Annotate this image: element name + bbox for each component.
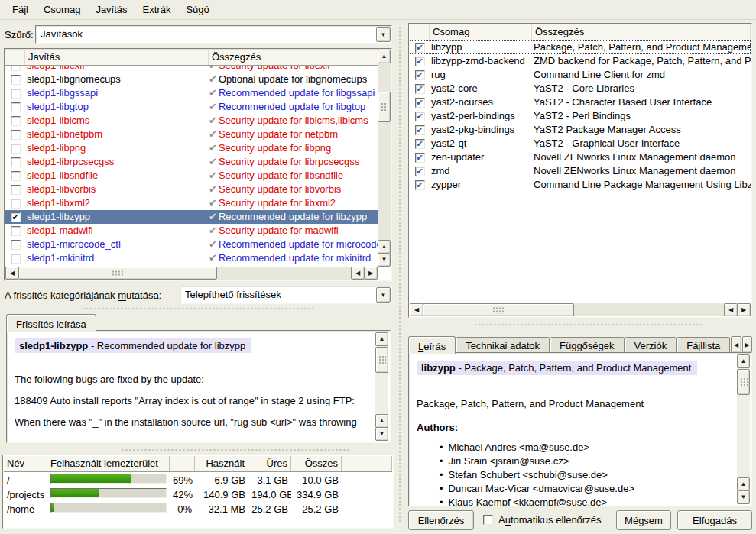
package-row[interactable]: ✔ yast2-perl-bindings YaST2 - Perl Bindi… [410,109,751,123]
package-checkbox[interactable]: ✔ [415,180,425,190]
patch-row[interactable]: sledp1-mkinitrd ✔ Recommended update for… [5,251,378,265]
scroll-right-icon[interactable] [737,303,751,316]
patch-checkbox[interactable] [11,171,21,181]
patch-row[interactable]: sledp1-madwifi ✔ Security update for mad… [5,224,378,238]
scrollbar-thumb[interactable] [378,92,391,122]
package-checkbox[interactable]: ✔ [415,84,425,94]
patch-row[interactable]: sledp1-libnetpbm ✔ Security update for n… [5,128,378,141]
autocheck-label[interactable]: Automatikus ellenőrzés [498,514,601,526]
menu-help[interactable]: Súgó [178,2,216,18]
header-patch[interactable]: Javítás [25,50,209,65]
patch-checkbox[interactable] [11,199,21,209]
tab-technical-data[interactable]: Technikai adatok [456,337,550,353]
scroll-left-icon[interactable] [724,303,738,316]
cancel-button[interactable]: Mégsem [616,510,671,530]
header-summary[interactable]: Összegzés [209,50,391,65]
menu-package[interactable]: Csomag [36,2,88,18]
menu-file[interactable]: Fájl [5,2,36,18]
header-package[interactable]: Csomag [430,24,532,40]
tab-dependencies[interactable]: Függőségek [550,337,625,353]
patch-checkbox[interactable] [11,130,21,140]
patch-horizontal-scrollbar[interactable] [5,267,378,280]
scrollbar-thumb[interactable] [18,267,217,280]
package-row[interactable]: ✔ yast2-pkg-bindings YaST2 Package Manag… [410,123,751,137]
panel-splitter-handle[interactable] [398,26,401,523]
package-row[interactable]: ✔ zen-updater Novell ZENworks Linux Mana… [410,150,751,164]
splitter-handle[interactable] [82,307,314,310]
package-checkbox[interactable]: ✔ [415,43,425,53]
scroll-down-icon[interactable] [378,253,391,267]
scroll-up-icon[interactable] [375,414,388,428]
splitter-handle[interactable] [121,448,350,451]
patch-row[interactable]: sledp1-liblcms ✔ Security update for lib… [5,114,378,128]
scrollbar-thumb[interactable] [375,347,388,373]
package-row[interactable]: ✔ libzypp Package, Patch, Pattern, and P… [410,40,751,54]
autocheck-checkbox[interactable] [483,515,493,525]
patch-row[interactable]: sledp1-microcode_ctl ✔ Recommended updat… [5,238,378,251]
menu-extras[interactable]: Extrák [135,2,179,18]
patch-row[interactable]: ✔ sledp1-libzypp ✔ Recommended update fo… [5,210,378,224]
package-checkbox[interactable]: ✔ [415,112,425,121]
package-checkbox[interactable]: ✔ [415,57,425,66]
package-row[interactable]: ✔ rug Command Line Client for zmd [410,68,751,82]
patch-checkbox[interactable] [11,254,21,264]
scroll-up-icon[interactable] [375,332,388,346]
splitter-handle[interactable] [474,323,703,326]
category-combobox[interactable]: Telepíthető frissítések ▼ [180,286,392,304]
patch-row[interactable]: sledp1-libpng ✔ Security update for libp… [5,141,378,155]
scroll-up-icon[interactable] [378,240,391,254]
header-checkbox-column[interactable] [410,24,430,40]
patch-row[interactable]: sledp1-libsndfile ✔ Security update for … [5,169,378,183]
patch-checkbox[interactable] [11,240,21,250]
tab-description[interactable]: Leírás [408,336,456,354]
patch-row[interactable]: sledp1-librpcsecgss ✔ Security update fo… [5,155,378,169]
package-row[interactable]: ✔ yast2-qt YaST2 - Graphical User Interf… [410,137,751,150]
patch-row[interactable]: sledp1-libvorbis ✔ Security update for l… [5,183,378,196]
tab-file-list[interactable]: Fájllista [677,337,730,353]
patch-row[interactable]: sledp1-libgssapi ✔ Recommended update fo… [5,86,378,100]
patch-row[interactable]: sledp1-libgtop ✔ Recommended update for … [5,100,378,114]
description-vertical-scrollbar[interactable] [375,332,388,441]
patch-row[interactable]: sledp1-libgnomecups ✔ Optional update fo… [5,73,378,86]
package-row[interactable]: ✔ yast2-ncurses YaST2 - Character Based … [410,95,751,109]
patch-checkbox[interactable] [11,185,21,195]
scrollbar-thumb[interactable] [737,369,750,395]
scroll-down-icon[interactable] [375,427,388,441]
patch-checkbox[interactable] [11,226,21,236]
package-checkbox[interactable]: ✔ [415,125,425,135]
patch-checkbox[interactable] [11,157,21,167]
patch-checkbox[interactable]: ✔ [11,212,21,222]
tab-versions[interactable]: Verziók [625,337,677,353]
chevron-down-icon[interactable]: ▼ [376,27,391,42]
check-button[interactable]: Ellenőrzés [408,510,474,530]
patch-row[interactable]: sledp1-libexif ✔ Security update for lib… [5,66,378,73]
scroll-left-icon[interactable] [410,303,423,316]
description-vertical-scrollbar[interactable] [737,354,750,504]
scroll-up-icon[interactable] [737,354,750,368]
scrollbar-thumb[interactable] [423,303,574,316]
package-row[interactable]: ✔ yast2-core YaST2 - Core Libraries [410,82,751,95]
package-checkbox[interactable]: ✔ [415,139,425,149]
patch-checkbox[interactable] [11,89,21,99]
tab-scroll-right-icon[interactable] [742,336,752,353]
header-checkbox-column[interactable] [5,50,25,65]
filter-combobox[interactable]: Javítások ▼ [35,25,392,44]
package-horizontal-scrollbar[interactable] [410,303,751,316]
patch-checkbox[interactable] [11,116,21,126]
scroll-up-icon[interactable] [378,50,391,63]
patch-checkbox[interactable] [11,102,21,112]
package-row[interactable]: ✔ zypper Command Line Package Management… [410,178,751,192]
tab-update-description[interactable]: Frissítés leírása [6,314,96,332]
accept-button[interactable]: Elfogadás [677,510,752,530]
patch-checkbox[interactable] [11,66,21,71]
patch-row[interactable]: sledp1-libxml2 ✔ Security update for lib… [5,196,378,210]
scroll-up-icon[interactable] [737,477,750,491]
scroll-left-icon[interactable] [351,267,365,280]
patch-checkbox[interactable] [11,144,21,154]
package-row[interactable]: ✔ zmd Novell ZENworks Linux Management d… [410,164,751,178]
menu-patch[interactable]: Javítás [88,2,135,18]
scroll-right-icon[interactable] [364,267,378,280]
scroll-left-icon[interactable] [5,267,19,280]
patch-checkbox[interactable] [11,75,21,85]
package-checkbox[interactable]: ✔ [415,98,425,108]
